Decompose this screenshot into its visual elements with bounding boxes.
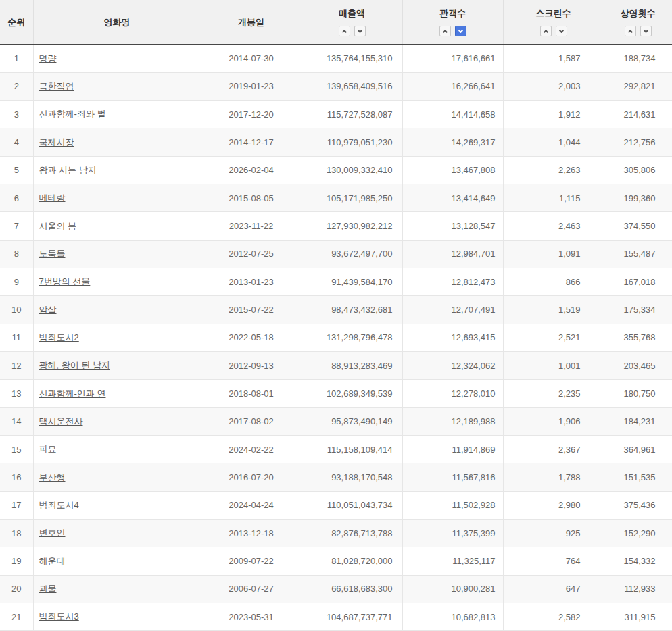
- sort-descending-button[interactable]: [354, 26, 366, 36]
- movie-title-link[interactable]: 범죄도시4: [39, 500, 79, 510]
- release-date-cell: 2013-12-18: [201, 520, 302, 547]
- screenings-cell: 184,231: [604, 407, 672, 435]
- sales-cell: 131,298,796,478: [302, 324, 402, 351]
- movie-title-link[interactable]: 국제시장: [39, 137, 74, 147]
- release-date-cell: 2023-05-31: [201, 603, 302, 631]
- sales-cell: 91,439,584,170: [302, 268, 402, 296]
- table-row: 10 암살 2015-07-22 98,473,432,681 12,707,4…: [0, 296, 672, 324]
- audience-cell: 13,467,808: [402, 156, 503, 184]
- movie-title-cell: 국제시장: [33, 128, 201, 156]
- movie-title-link[interactable]: 도둑들: [39, 249, 66, 259]
- sort-controls: [339, 26, 366, 36]
- movie-title-link[interactable]: 명량: [39, 53, 57, 64]
- release-date-cell: 2016-07-20: [201, 463, 302, 491]
- screens-cell: 2,582: [503, 603, 604, 631]
- column-label: 관객수: [439, 7, 466, 20]
- sort-controls: [540, 26, 567, 36]
- audience-cell: 13,414,649: [402, 184, 503, 212]
- movie-title-link[interactable]: 극한직업: [39, 81, 74, 91]
- table-row: 20 괴물 2006-07-27 66,618,683,300 10,900,2…: [0, 575, 672, 603]
- movie-title-cell: 명량: [33, 45, 201, 72]
- movie-title-cell: 도둑들: [33, 240, 201, 268]
- audience-cell: 12,707,491: [402, 296, 503, 324]
- chevron-up-icon: [543, 30, 548, 34]
- audience-cell: 12,278,010: [402, 380, 503, 407]
- sort-ascending-button[interactable]: [339, 26, 350, 36]
- screenings-cell: 375,436: [604, 491, 672, 519]
- sort-descending-button[interactable]: [556, 26, 567, 36]
- movie-title-link[interactable]: 신과함께-죄와 벌: [39, 109, 106, 119]
- release-date-cell: 2015-07-22: [201, 296, 302, 324]
- audience-cell: 12,693,415: [402, 324, 503, 351]
- movie-title-link[interactable]: 범죄도시2: [39, 332, 79, 343]
- release-date-cell: 2014-07-30: [201, 45, 302, 72]
- release-date-cell: 2026-02-04: [201, 156, 302, 184]
- column-label: 개봉일: [238, 17, 264, 27]
- movie-title-cell: 왕과 사는 남자: [33, 156, 201, 184]
- movie-title-link[interactable]: 변호인: [39, 528, 66, 538]
- sort-controls: [625, 26, 652, 36]
- column-label: 스크린수: [536, 7, 571, 20]
- movie-title-link[interactable]: 광해, 왕이 된 남자: [39, 360, 110, 370]
- audience-cell: 10,900,281: [402, 575, 503, 603]
- sort-descending-button[interactable]: [455, 26, 466, 36]
- table-row: 11 범죄도시2 2022-05-18 131,298,796,478 12,6…: [0, 324, 672, 351]
- sort-ascending-button[interactable]: [439, 26, 451, 36]
- rank-cell: 14: [0, 407, 33, 435]
- screenings-cell: 152,290: [604, 520, 672, 547]
- movie-title-cell: 택시운전사: [33, 407, 201, 435]
- release-date-cell: 2022-05-18: [201, 324, 302, 351]
- screenings-cell: 292,821: [604, 72, 672, 100]
- table-row: 5 왕과 사는 남자 2026-02-04 130,009,332,410 13…: [0, 156, 672, 184]
- audience-cell: 11,325,117: [402, 547, 503, 575]
- movie-title-link[interactable]: 파묘: [39, 444, 57, 454]
- movie-title-cell: 극한직업: [33, 72, 201, 100]
- movie-title-link[interactable]: 부산행: [39, 472, 66, 482]
- rank-cell: 6: [0, 184, 33, 212]
- movie-title-link[interactable]: 범죄도시3: [39, 611, 79, 622]
- sales-cell: 135,764,155,310: [302, 45, 402, 72]
- movie-title-link[interactable]: 서울의 봄: [39, 221, 77, 231]
- rank-cell: 21: [0, 603, 33, 631]
- movie-title-cell: 서울의 봄: [33, 212, 201, 240]
- movie-title-link[interactable]: 해운대: [39, 556, 66, 566]
- movie-title-link[interactable]: 신과함께-인과 연: [39, 388, 106, 399]
- movie-title-cell: 암살: [33, 296, 201, 324]
- movie-title-link[interactable]: 괴물: [39, 584, 57, 594]
- screenings-cell: 151,535: [604, 463, 672, 491]
- column-header-title: 영화명: [33, 0, 201, 45]
- chevron-down-icon: [643, 28, 648, 32]
- screens-cell: 2,980: [503, 491, 604, 519]
- movie-title-link[interactable]: 7번방의 선물: [39, 276, 91, 286]
- table-row: 12 광해, 왕이 된 남자 2012-09-13 88,913,283,469…: [0, 352, 672, 380]
- column-header-sales: 매출액: [302, 0, 402, 45]
- release-date-cell: 2012-09-13: [201, 352, 302, 380]
- movie-title-link[interactable]: 왕과 사는 남자: [39, 165, 97, 175]
- table-row: 4 국제시장 2014-12-17 110,979,051,230 14,269…: [0, 128, 672, 156]
- screenings-cell: 212,756: [604, 128, 672, 156]
- movie-title-cell: 파묘: [33, 436, 201, 463]
- column-header-screenings: 상영횟수: [604, 0, 672, 45]
- movie-title-link[interactable]: 베테랑: [39, 193, 66, 203]
- audience-cell: 14,269,317: [402, 128, 503, 156]
- movie-title-link[interactable]: 암살: [39, 305, 57, 315]
- column-header-release-date: 개봉일: [201, 0, 302, 45]
- sort-ascending-button[interactable]: [540, 26, 552, 36]
- sort-controls: [439, 26, 466, 36]
- sort-descending-button[interactable]: [640, 26, 652, 36]
- movie-title-cell: 범죄도시2: [33, 324, 201, 351]
- screenings-cell: 199,360: [604, 184, 672, 212]
- sales-cell: 81,028,720,000: [302, 547, 402, 575]
- screens-cell: 2,235: [503, 380, 604, 407]
- sales-cell: 104,687,737,771: [302, 603, 402, 631]
- movie-title-cell: 부산행: [33, 463, 201, 491]
- movie-title-cell: 괴물: [33, 575, 201, 603]
- movie-title-link[interactable]: 택시운전사: [39, 416, 83, 426]
- screens-cell: 2,003: [503, 72, 604, 100]
- screens-cell: 1,788: [503, 463, 604, 491]
- table-row: 9 7번방의 선물 2013-01-23 91,439,584,170 12,8…: [0, 268, 672, 296]
- chevron-down-icon: [558, 28, 563, 32]
- table-row: 8 도둑들 2012-07-25 93,672,497,700 12,984,7…: [0, 240, 672, 268]
- sort-ascending-button[interactable]: [625, 26, 636, 36]
- column-header-rank: 순위: [0, 0, 33, 45]
